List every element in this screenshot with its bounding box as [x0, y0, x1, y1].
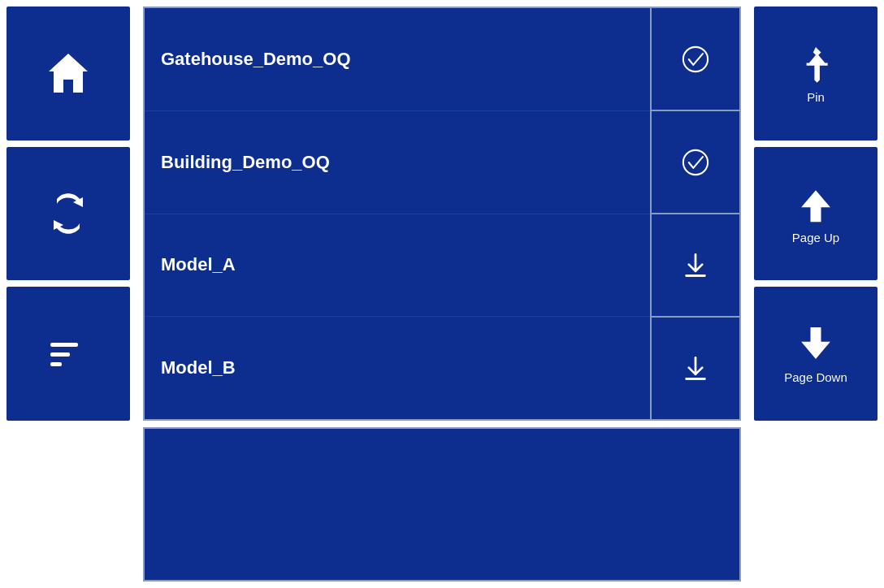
- item-label-3: Model_B: [161, 357, 236, 378]
- page-down-button[interactable]: Page Down: [754, 287, 878, 421]
- home-button[interactable]: [6, 6, 130, 141]
- sidebar: [0, 0, 136, 427]
- sort-button[interactable]: [6, 287, 130, 421]
- pin-label: Pin: [807, 90, 825, 104]
- page-down-icon: [795, 323, 837, 365]
- list-item[interactable]: Model_A: [145, 214, 650, 318]
- action-buttons: [650, 8, 739, 419]
- center-panel: Gatehouse_Demo_OQ Building_Demo_OQ Model…: [136, 0, 748, 427]
- home-icon: [42, 47, 94, 99]
- page-up-label: Page Up: [792, 231, 839, 244]
- sort-icon: [42, 328, 94, 380]
- right-panel: Pin Page Up Page Down: [748, 0, 884, 427]
- list-items: Gatehouse_Demo_OQ Building_Demo_OQ Model…: [145, 8, 650, 419]
- item-label-1: Building_Demo_OQ: [161, 152, 330, 173]
- pin-icon: [795, 43, 837, 85]
- list-item[interactable]: Model_B: [145, 317, 650, 419]
- sync-icon: [42, 188, 94, 240]
- check-circle-icon: [678, 41, 713, 77]
- page-down-label: Page Down: [784, 370, 847, 384]
- list-item[interactable]: Gatehouse_Demo_OQ: [145, 8, 650, 111]
- svg-rect-8: [686, 378, 706, 380]
- svg-rect-1: [50, 352, 70, 357]
- svg-point-4: [683, 149, 708, 174]
- download-icon: [678, 248, 713, 283]
- action-check-0[interactable]: [652, 8, 739, 111]
- action-download-3[interactable]: [652, 318, 739, 419]
- action-check-1[interactable]: [652, 111, 739, 214]
- list-container: Gatehouse_Demo_OQ Building_Demo_OQ Model…: [143, 6, 741, 421]
- page-up-button[interactable]: Page Up: [754, 147, 878, 281]
- pin-button[interactable]: Pin: [754, 6, 878, 141]
- item-label-2: Model_A: [161, 254, 236, 275]
- svg-point-3: [683, 46, 708, 71]
- svg-rect-2: [50, 362, 62, 366]
- bottom-panel: [143, 427, 741, 582]
- svg-rect-6: [686, 275, 706, 277]
- check-circle-icon: [678, 145, 713, 180]
- action-download-2[interactable]: [652, 214, 739, 318]
- page-up-icon: [795, 184, 837, 226]
- sync-button[interactable]: [6, 147, 130, 281]
- svg-rect-0: [50, 343, 78, 347]
- item-label-0: Gatehouse_Demo_OQ: [161, 49, 351, 70]
- download-icon: [678, 351, 713, 387]
- list-item[interactable]: Building_Demo_OQ: [145, 111, 650, 214]
